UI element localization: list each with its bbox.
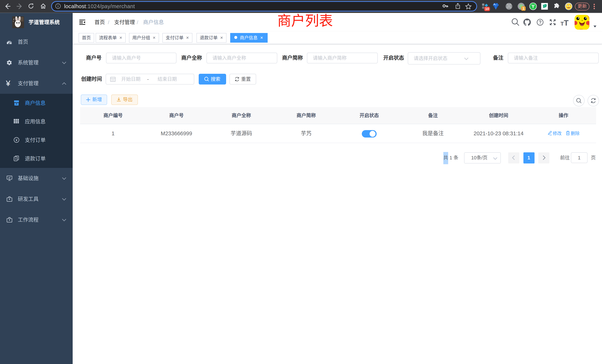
svg-text:¥: ¥ [15, 138, 17, 142]
